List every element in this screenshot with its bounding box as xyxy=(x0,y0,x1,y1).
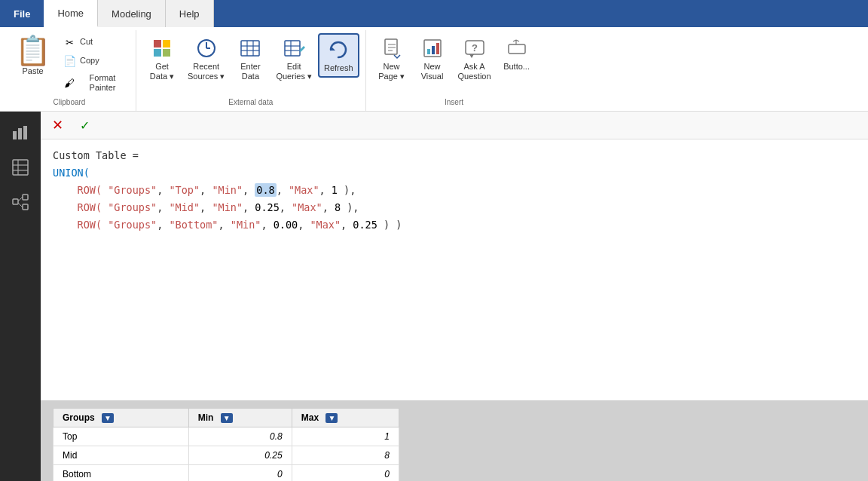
insert-label: Insert xyxy=(372,95,536,108)
clipboard-group: 📋 Paste ✂ Cut 📄 Copy 🖌 Format Pai xyxy=(3,30,136,111)
filter-icon-max[interactable]: ▼ xyxy=(326,413,338,423)
svg-rect-26 xyxy=(436,43,439,54)
tab-file[interactable]: File xyxy=(0,0,44,27)
table-row: Bottom00 xyxy=(53,465,399,481)
cell-groups-2: Bottom xyxy=(53,465,189,481)
formula-bar: ✕ ✓ xyxy=(41,112,868,139)
code-line-4: ROW( "Groups", "Mid", "Min", 0.25, "Max"… xyxy=(53,199,856,216)
button-label: Butto... xyxy=(503,62,530,72)
edit-queries-label: EditQueries ▾ xyxy=(276,62,312,81)
new-visual-button[interactable]: NewVisual xyxy=(413,33,452,84)
paste-icon: 📋 xyxy=(15,36,50,65)
format-painter-icon: 🖌 xyxy=(63,76,76,90)
insert-group: NewPage ▾ NewVisual ? Ask AQuestion xyxy=(366,30,542,111)
svg-rect-24 xyxy=(427,49,430,54)
button-icon xyxy=(505,36,529,60)
edit-queries-button[interactable]: EditQueries ▾ xyxy=(271,33,316,84)
code-area: Custom Table = UNION( ROW( "Groups", "To… xyxy=(41,139,868,400)
cell-max-2: 0 xyxy=(292,465,399,481)
svg-rect-2 xyxy=(154,49,161,57)
svg-rect-34 xyxy=(13,131,17,139)
copy-label: Copy xyxy=(80,56,99,66)
refresh-label: Refresh xyxy=(324,63,353,73)
code-line-2: UNION( xyxy=(53,164,856,182)
enter-data-icon xyxy=(238,36,262,60)
svg-rect-25 xyxy=(432,46,435,54)
svg-line-45 xyxy=(18,203,23,207)
paste-button[interactable]: 📋 Paste xyxy=(9,33,57,78)
svg-rect-7 xyxy=(241,41,259,56)
copy-button[interactable]: 📄 Copy xyxy=(58,52,130,70)
cancel-button[interactable]: ✕ xyxy=(47,115,68,136)
sidebar xyxy=(0,112,41,481)
svg-rect-36 xyxy=(23,126,27,139)
copy-icon: 📄 xyxy=(63,54,76,68)
sidebar-icon-model[interactable] xyxy=(5,187,35,217)
table-row: Top0.81 xyxy=(53,427,399,446)
button-button[interactable]: Butto... xyxy=(497,33,536,75)
svg-rect-35 xyxy=(18,128,22,139)
cut-button[interactable]: ✂ Cut xyxy=(58,33,130,51)
new-visual-label: NewVisual xyxy=(421,62,444,81)
tab-home[interactable]: Home xyxy=(44,0,98,27)
svg-marker-28 xyxy=(469,54,474,58)
cell-max-0: 1 xyxy=(292,427,399,446)
tab-help[interactable]: Help xyxy=(166,0,214,27)
recent-sources-icon xyxy=(194,36,219,60)
new-page-icon xyxy=(380,36,404,60)
col-header-min[interactable]: Min ▼ xyxy=(188,409,292,427)
svg-marker-17 xyxy=(331,46,335,51)
get-data-button[interactable]: GetData ▾ xyxy=(142,33,182,84)
tab-modeling[interactable]: Modeling xyxy=(98,0,166,27)
code-line-1: Custom Table = xyxy=(53,147,856,164)
cell-groups-0: Top xyxy=(53,427,189,446)
svg-rect-41 xyxy=(13,199,18,204)
paste-label: Paste xyxy=(22,66,43,75)
col-header-groups[interactable]: Groups ▼ xyxy=(53,409,189,427)
filter-icon-min[interactable]: ▼ xyxy=(221,413,233,423)
get-data-icon xyxy=(150,36,174,60)
formula-area: ✕ ✓ Custom Table = UNION( ROW( "Groups",… xyxy=(41,112,868,481)
cell-min-1: 0.25 xyxy=(188,446,292,465)
refresh-icon xyxy=(326,38,350,62)
cell-max-1: 8 xyxy=(292,446,399,465)
svg-rect-42 xyxy=(23,195,28,200)
cell-groups-1: Mid xyxy=(53,446,189,465)
ribbon: 📋 Paste ✂ Cut 📄 Copy 🖌 Format Pai xyxy=(0,27,868,112)
recent-sources-button[interactable]: RecentSources ▾ xyxy=(183,33,229,84)
cell-min-2: 0 xyxy=(188,465,292,481)
col-header-max[interactable]: Max ▼ xyxy=(292,409,399,427)
svg-rect-43 xyxy=(23,204,28,210)
code-line-3: ROW( "Groups", "Top", "Min", 0.8, "Max",… xyxy=(53,182,856,199)
main-area: ✕ ✓ Custom Table = UNION( ROW( "Groups",… xyxy=(0,112,868,481)
edit-queries-icon xyxy=(282,36,306,60)
cut-icon: ✂ xyxy=(63,35,76,49)
enter-data-button[interactable]: EnterData xyxy=(231,33,270,84)
ask-a-question-label: Ask AQuestion xyxy=(458,62,491,81)
data-table: Groups ▼ Min ▼ Max ▼ Top0.81Mid0.258Bott… xyxy=(53,408,399,481)
svg-rect-30 xyxy=(509,44,525,54)
ask-a-question-icon: ? xyxy=(463,36,487,60)
svg-line-44 xyxy=(18,197,23,201)
new-visual-icon xyxy=(420,36,445,60)
sidebar-icon-bar-chart[interactable] xyxy=(5,118,35,148)
filter-icon-groups[interactable]: ▼ xyxy=(102,413,114,423)
svg-rect-1 xyxy=(163,40,170,47)
ask-a-question-button[interactable]: ? Ask AQuestion xyxy=(454,33,496,84)
confirm-button[interactable]: ✓ xyxy=(74,115,95,136)
format-painter-button[interactable]: 🖌 Format Painter xyxy=(58,71,130,95)
svg-text:?: ? xyxy=(472,42,478,54)
table-row: Mid0.258 xyxy=(53,446,399,465)
external-data-label: External data xyxy=(142,95,359,108)
new-page-label: NewPage ▾ xyxy=(378,62,405,81)
refresh-button[interactable]: Refresh xyxy=(318,33,359,78)
svg-rect-3 xyxy=(163,49,170,57)
sidebar-icon-table[interactable] xyxy=(5,152,35,182)
cell-min-0: 0.8 xyxy=(188,427,292,446)
new-page-button[interactable]: NewPage ▾ xyxy=(372,33,411,84)
table-area: Groups ▼ Min ▼ Max ▼ Top0.81Mid0.258Bott… xyxy=(41,400,868,481)
clipboard-label: Clipboard xyxy=(9,95,130,108)
svg-rect-19 xyxy=(385,39,397,54)
recent-sources-label: RecentSources ▾ xyxy=(188,62,225,81)
svg-rect-37 xyxy=(13,160,28,175)
